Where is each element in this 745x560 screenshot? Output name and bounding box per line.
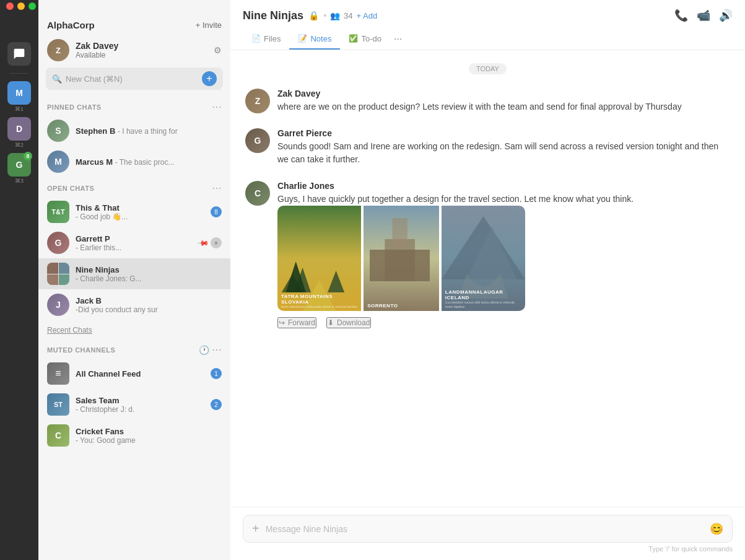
muted-clock-icon[interactable]: 🕐 (199, 345, 209, 355)
chat-badge: 1 (211, 368, 222, 379)
add-attachment-button[interactable]: + (252, 522, 259, 536)
muted-channels-actions: 🕐 ⋯ (199, 344, 222, 356)
message-text: Guys, I have quickly put together a desi… (277, 193, 730, 206)
close-chat-button[interactable]: × (211, 237, 222, 248)
svg-rect-5 (393, 218, 407, 250)
settings-gear-icon[interactable]: ⚙ (214, 45, 222, 55)
chat-content: Stephen B - I have a thing for (76, 126, 222, 136)
tabs-more-button[interactable]: ··· (390, 28, 406, 50)
chat-content: All Channel Feed (76, 369, 204, 378)
message-sender: Zak Davey (277, 89, 730, 98)
list-item[interactable]: ST Sales Team - Christopher J: d. 2 (38, 389, 230, 420)
image-title-3: LANDMANNALAUGAR (445, 289, 521, 295)
message-input[interactable] (266, 524, 704, 534)
sidebar: AlphaCorp + Invite Z Zak Davey Available… (38, 0, 230, 560)
list-item[interactable]: S Stephen B - I have a thing for (38, 115, 230, 146)
date-divider: TODAY (245, 63, 730, 74)
lock-icon: 🔒 (308, 11, 319, 20)
workspace-2[interactable]: D ⌘2 (7, 117, 31, 148)
message-sender: Charlie Jones (277, 181, 730, 191)
chat-header-actions: 📞 📹 🔊 (674, 9, 733, 22)
chat-content: Marcus M - The basic proc... (76, 157, 222, 167)
search-input[interactable] (66, 74, 197, 84)
download-button[interactable]: ⬇ Download (326, 317, 371, 328)
list-item[interactable]: M Marcus M - The basic proc... (38, 146, 230, 177)
search-icon: 🔍 (52, 74, 62, 84)
add-member-button[interactable]: + Add (357, 11, 378, 20)
image-subtitle-1: SLOVAKIA (281, 299, 357, 305)
pinned-chats-more[interactable]: ⋯ (212, 101, 222, 113)
chat-content: This & That - Good job 👋... (76, 203, 204, 221)
list-item[interactable]: J Jack B -Did you conduct any sur (38, 289, 230, 320)
recent-chats-link[interactable]: Recent Chats (38, 320, 230, 339)
audio-icon[interactable]: 🔊 (719, 9, 733, 22)
open-chats-title: OPEN CHATS (47, 185, 94, 192)
input-hint: Type '/' for quick commands (243, 545, 733, 553)
list-item[interactable]: ≡ All Channel Feed 1 (38, 358, 230, 389)
notes-tab-icon: 📝 (298, 34, 307, 43)
download-icon: ⬇ (328, 318, 334, 327)
message-content: Zak Davey where are we on the product de… (277, 89, 730, 113)
member-icon: 👥 (330, 11, 340, 20)
chat-name: This & That (76, 203, 204, 212)
forward-button[interactable]: ↪ Forward (277, 317, 316, 328)
open-chats-header: OPEN CHATS ⋯ (38, 177, 230, 196)
chat-name: Cricket Fans (76, 427, 222, 436)
pinned-chats-header: PINNED CHATS ⋯ (38, 96, 230, 115)
chat-group-name: Nine Ninjas (243, 9, 303, 22)
message-text: where are we on the product design? Lets… (277, 100, 730, 113)
nav-messages-icon[interactable] (7, 42, 31, 66)
voice-call-icon[interactable]: 📞 (674, 9, 688, 22)
user-avatar: Z (47, 39, 69, 61)
list-item[interactable]: T&T This & That - Good job 👋... 8 (38, 196, 230, 227)
user-name: Zak Davey (76, 41, 207, 51)
tab-files[interactable]: 📄 Files (243, 28, 289, 50)
list-item[interactable]: G Garrett P - Earlier this... 📌 × (38, 227, 230, 258)
avatar: J (47, 294, 69, 316)
tab-todo[interactable]: ✅ To-do (340, 28, 390, 50)
chat-content: Jack B -Did you conduct any sur (76, 296, 222, 314)
files-tab-icon: 📄 (251, 34, 261, 43)
search-bar: 🔍 + (46, 68, 223, 90)
user-info: Zak Davey Available (76, 41, 207, 59)
avatar: C (47, 424, 69, 447)
chat-name: Garrett P (76, 234, 193, 243)
video-call-icon[interactable]: 📹 (697, 9, 710, 22)
avatar: T&T (47, 201, 69, 223)
message-input-row: + 😊 (243, 515, 733, 543)
message-text: Sounds good! Sam and Irene are working o… (277, 140, 730, 166)
todo-tab-icon: ✅ (349, 34, 358, 43)
image-overlay-2: SORRENTO (364, 299, 439, 311)
user-row: Z Zak Davey Available ⚙ (38, 35, 230, 68)
chat-name: Marcus M - The basic proc... (76, 157, 222, 167)
tab-notes[interactable]: 📝 Notes (289, 28, 340, 50)
traffic-light-minimize[interactable] (17, 2, 25, 10)
date-label: TODAY (469, 63, 507, 74)
member-count: 34 (344, 11, 352, 20)
invite-button[interactable]: + Invite (196, 20, 222, 30)
open-chats-more[interactable]: ⋯ (212, 182, 222, 194)
workspace-3-label: ⌘3 (15, 178, 24, 184)
traffic-light-fullscreen[interactable] (28, 2, 36, 10)
workspace-1[interactable]: M ⌘1 (7, 81, 31, 112)
icon-bar: M ⌘1 D ⌘2 G 8 ⌘3 (0, 0, 38, 560)
workspace-3[interactable]: G 8 ⌘3 (7, 153, 31, 184)
image-title-3b: ICELAND (445, 295, 521, 300)
muted-more-icon[interactable]: ⋯ (212, 344, 222, 356)
chat-preview: - Earlier this... (76, 243, 193, 252)
traffic-light-close[interactable] (6, 2, 14, 10)
pinned-chats-title: PINNED CHATS (47, 103, 102, 111)
image-collage: TATRA MOUNTAINS SLOVAKIA lorem elementum… (277, 206, 525, 311)
emoji-button[interactable]: 😊 (710, 522, 723, 536)
chat-name: Stephen B - I have a thing for (76, 126, 222, 136)
list-item[interactable]: Nine Ninjas - Charlie Jones: G... (38, 258, 230, 289)
chat-preview: -Did you conduct any sur (76, 305, 222, 314)
user-status: Available (76, 51, 207, 59)
chat-content: Cricket Fans - You: Good game (76, 427, 222, 445)
chat-preview: - Charlie Jones: G... (76, 274, 222, 283)
avatar: M (47, 151, 69, 173)
list-item[interactable]: C Cricket Fans - You: Good game (38, 420, 230, 451)
add-chat-button[interactable]: + (202, 71, 217, 86)
chat-header-left: Nine Ninjas 🔒 👥 34 + Add (243, 9, 377, 22)
chat-badge: 8 (211, 206, 222, 217)
